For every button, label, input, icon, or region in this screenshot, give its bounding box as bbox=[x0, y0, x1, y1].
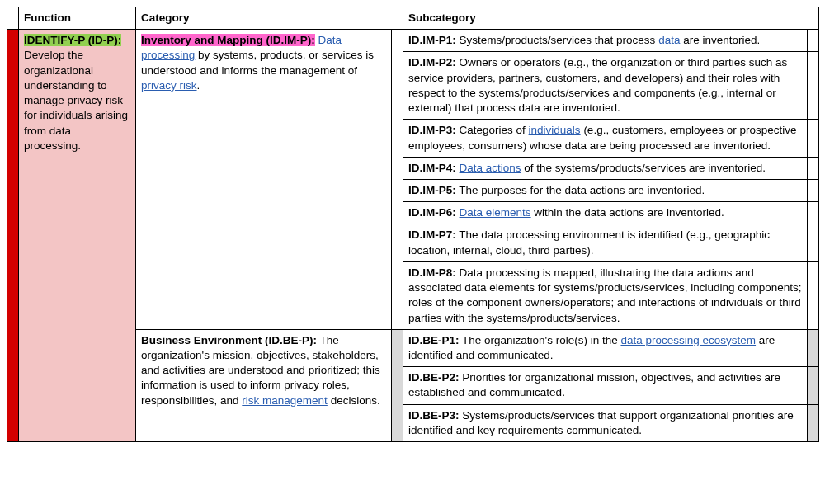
link-risk-management[interactable]: risk management bbox=[242, 394, 328, 407]
header-subcategory: Subcategory bbox=[403, 7, 819, 30]
subcat-im-p5: ID.IM-P5: The purposes for the data acti… bbox=[403, 179, 808, 201]
subcat-stripe bbox=[808, 224, 819, 261]
subcat-stripe bbox=[808, 30, 819, 52]
subcat-be-p2: ID.BE-P2: Priorities for organizational … bbox=[403, 367, 808, 404]
subcat-stripe bbox=[808, 52, 819, 120]
header-stripe bbox=[7, 7, 19, 30]
subcat-stripe bbox=[808, 120, 819, 157]
table-row: IDENTIFY-P (ID-P): Develop the organizat… bbox=[7, 30, 819, 52]
subcat-im-p4: ID.IM-P4: Data actions of the systems/pr… bbox=[403, 157, 808, 179]
subcat-stripe bbox=[808, 202, 819, 224]
subcat-im-p8: ID.IM-P8: Data processing is mapped, ill… bbox=[403, 261, 808, 329]
link-individuals[interactable]: individuals bbox=[529, 124, 581, 136]
header-function: Function bbox=[19, 7, 136, 30]
link-data-actions[interactable]: Data actions bbox=[460, 162, 521, 174]
category-be: Business Environment (ID.BE-P): The orga… bbox=[136, 329, 392, 441]
subcat-stripe bbox=[808, 179, 819, 201]
header-category: Category bbox=[136, 7, 403, 30]
subcat-stripe bbox=[808, 157, 819, 179]
link-data[interactable]: data bbox=[658, 34, 680, 46]
function-code: IDENTIFY-P (ID-P): bbox=[24, 34, 121, 46]
category-im-code: Inventory and Mapping (ID.IM-P): bbox=[141, 34, 315, 46]
framework-table: Function Category Subcategory IDENTIFY-P… bbox=[7, 7, 819, 442]
subcat-stripe bbox=[808, 261, 819, 329]
category-im: Inventory and Mapping (ID.IM-P): Data pr… bbox=[136, 30, 392, 330]
link-data-elements[interactable]: Data elements bbox=[460, 206, 531, 219]
subcat-im-p3: ID.IM-P3: Categories of individuals (e.g… bbox=[403, 120, 808, 157]
function-text: Develop the organizational understanding… bbox=[24, 49, 128, 151]
subcat-im-p2: ID.IM-P2: Owners or operators (e.g., the… bbox=[403, 52, 808, 120]
subcat-stripe bbox=[808, 367, 819, 404]
function-cell: IDENTIFY-P (ID-P): Develop the organizat… bbox=[19, 30, 136, 442]
subcat-stripe bbox=[808, 329, 819, 366]
subcat-im-p7: ID.IM-P7: The data processing environmen… bbox=[403, 224, 808, 261]
function-color-bar bbox=[7, 30, 19, 442]
subcat-be-p3: ID.BE-P3: Systems/products/services that… bbox=[403, 404, 808, 441]
link-privacy-risk[interactable]: privacy risk bbox=[141, 79, 197, 92]
category-be-stripe bbox=[392, 329, 403, 441]
subcat-stripe bbox=[808, 404, 819, 441]
category-be-code: Business Environment (ID.BE-P): bbox=[141, 334, 317, 346]
header-row: Function Category Subcategory bbox=[7, 7, 819, 30]
link-dp-ecosystem[interactable]: data processing ecosystem bbox=[620, 334, 756, 346]
category-im-stripe bbox=[392, 30, 403, 330]
subcat-im-p1: ID.IM-P1: Systems/products/services that… bbox=[403, 30, 808, 52]
subcat-im-p6: ID.IM-P6: Data elements within the data … bbox=[403, 202, 808, 224]
subcat-be-p1: ID.BE-P1: The organization's role(s) in … bbox=[403, 329, 808, 366]
